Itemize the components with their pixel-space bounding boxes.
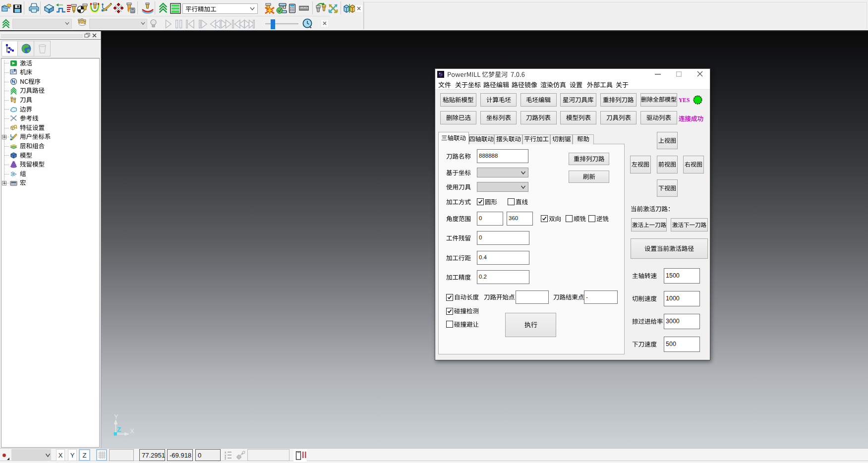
svg-text:Z: Z <box>117 426 121 433</box>
svg-text:X: X <box>130 427 134 435</box>
svg-text:Y: Y <box>114 413 118 420</box>
svg-text:z: z <box>225 457 226 460</box>
